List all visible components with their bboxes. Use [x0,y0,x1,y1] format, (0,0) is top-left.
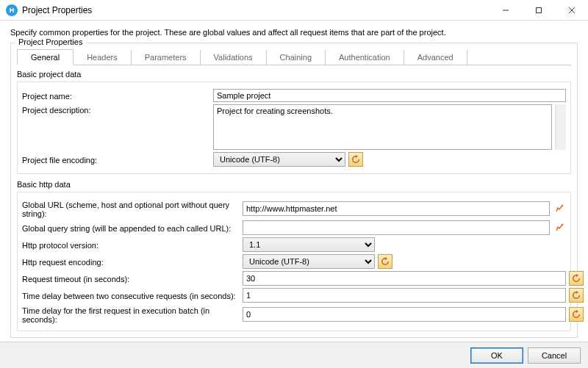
close-button[interactable] [555,0,588,21]
timeout-label: Request timeout (in seconds): [22,273,243,284]
tab-strip: General Headers Parameters Validations C… [17,49,571,65]
req-encoding-reset-button[interactable] [378,254,392,269]
basic-project-box: Project name: Project description: Proje… [17,82,571,174]
global-query-label: Global query string (will be appended to… [22,223,243,233]
global-query-input[interactable] [243,220,550,235]
global-url-label: Global URL (scheme, host and optional po… [22,199,243,218]
global-url-param-button[interactable] [553,201,566,216]
dialog-description: Specify common properties for the projec… [10,28,578,37]
window-title: Project Properties [22,5,92,15]
dialog-footer: OK Cancel [0,342,588,368]
app-icon: H [6,4,18,16]
tab-general[interactable]: General [17,49,74,65]
timeout-reset-button[interactable] [569,271,584,286]
delay-first-input[interactable] [243,307,566,322]
project-desc-textarea[interactable]: Project for creating screenshots. [213,104,552,150]
title-bar: H Project Properties [0,0,588,21]
req-encoding-select[interactable]: Unicode (UTF-8) [243,254,375,269]
basic-http-box: Global URL (scheme, host and optional po… [17,192,571,331]
timeout-input[interactable] [243,271,566,286]
tab-authentication[interactable]: Authentication [326,50,404,65]
project-name-label: Project name: [22,90,213,101]
textarea-scrollbar[interactable] [555,104,566,150]
delay-between-label: Time delay between two consecutive reque… [22,290,243,300]
tab-headers[interactable]: Headers [74,50,132,65]
req-encoding-label: Http request encoding: [22,256,243,267]
global-query-param-button[interactable] [553,220,566,235]
project-encoding-label: Project file encoding: [22,154,213,165]
http-version-label: Http protocol version: [22,239,243,250]
tab-advanced[interactable]: Advanced [404,50,467,65]
tab-chaining[interactable]: Chaining [267,50,326,65]
delay-first-reset-button[interactable] [569,307,584,322]
tab-parameters[interactable]: Parameters [132,50,201,65]
tab-validations[interactable]: Validations [201,50,267,65]
project-encoding-select[interactable]: Unicode (UTF-8) [213,152,345,167]
cancel-button[interactable]: Cancel [528,347,581,364]
maximize-button[interactable] [522,0,555,21]
project-encoding-reset-button[interactable] [348,152,363,167]
project-desc-label: Project description: [22,104,213,115]
ok-button[interactable]: OK [470,347,523,364]
delay-first-label: Time delay for the first request in exec… [22,305,243,324]
delay-between-input[interactable] [243,288,566,303]
project-properties-group: Project Properties General Headers Param… [10,43,578,338]
minimize-button[interactable] [489,0,522,21]
svg-point-5 [562,224,563,226]
delay-between-reset-button[interactable] [569,288,584,303]
basic-project-legend: Basic project data [17,70,571,79]
svg-rect-1 [536,7,541,12]
basic-http-legend: Basic http data [17,180,571,189]
http-version-select[interactable]: 1.1 [243,237,375,252]
project-name-input[interactable] [213,89,566,102]
group-legend: Project Properties [15,37,85,46]
global-url-input[interactable] [243,201,550,216]
svg-point-4 [562,205,563,206]
